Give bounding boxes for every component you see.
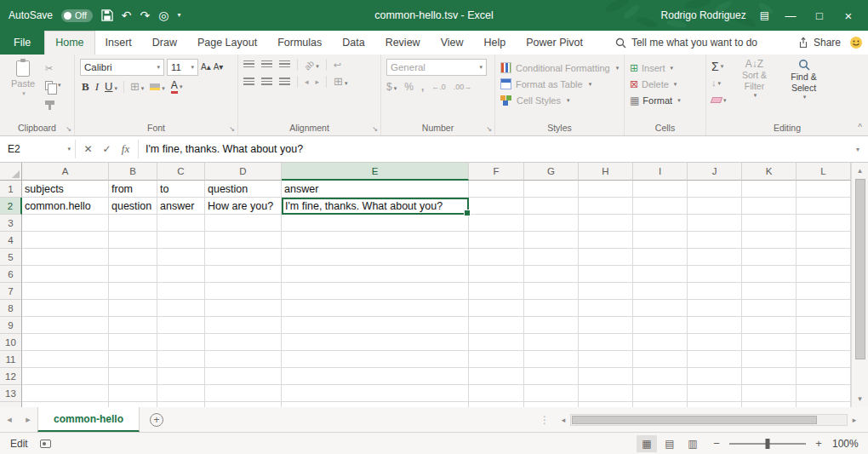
sort-filter-button[interactable]: A↓Z Sort & Filter ▾ [734,59,776,100]
font-size-select[interactable]: 11▾ [167,59,198,76]
grid-cell[interactable] [579,317,633,334]
grid-cell[interactable] [797,232,851,249]
grid-cell[interactable] [469,368,524,385]
ribbon-display-options-icon[interactable]: ▤ [760,10,769,20]
grid-cell[interactable] [109,300,157,317]
page-layout-view-icon[interactable]: ▤ [660,435,680,452]
grid-cell[interactable] [633,266,688,283]
grid-cell[interactable] [797,317,851,334]
row-header[interactable]: 5 [0,249,22,266]
grid-cell[interactable]: question [205,181,282,198]
grid-cell[interactable] [282,300,469,317]
grid-cell[interactable] [205,317,282,334]
grid-cell[interactable] [109,215,157,232]
grid-cell[interactable] [797,300,851,317]
format-painter-button[interactable] [43,95,63,109]
increase-font-button[interactable]: A▴ [201,63,211,72]
vertical-scrollbar[interactable]: ▴ ▾ [851,163,868,407]
zoom-in-button[interactable]: + [814,437,824,450]
sheet-nav-prev-icon[interactable]: ◂ [0,414,19,425]
tab-power-pivot[interactable]: Power Pivot [516,31,593,55]
grid-cell[interactable] [22,351,109,368]
page-break-view-icon[interactable]: ▥ [682,435,703,452]
row-header[interactable]: 12 [0,368,22,385]
grid-cell[interactable] [282,385,469,402]
grid-cell[interactable] [282,266,469,283]
grid-cell[interactable] [157,300,205,317]
grid-cell[interactable] [109,249,157,266]
grid-cell[interactable] [579,351,633,368]
grid-cell[interactable] [688,351,742,368]
grid-cell[interactable] [282,232,469,249]
grid-cell[interactable] [633,368,688,385]
grid-cell[interactable] [524,198,579,215]
grid-cell[interactable] [742,215,797,232]
feedback-smiley-icon[interactable] [849,31,868,55]
row-header[interactable]: 7 [0,283,22,300]
insert-cells-button[interactable]: ⊞Insert▾ [630,60,673,76]
decrease-decimal-icon[interactable]: .00→ [454,83,472,91]
grid-cell[interactable] [688,215,742,232]
grid-cell[interactable] [524,283,579,300]
grid-cell[interactable] [797,266,851,283]
share-button[interactable]: Share [797,31,849,55]
grid-cell[interactable] [633,181,688,198]
grid-cell[interactable] [282,317,469,334]
scroll-down-icon[interactable]: ▾ [858,394,862,405]
autosave-toggle[interactable]: Off [61,9,93,22]
tab-data[interactable]: Data [332,31,374,55]
grid-cell[interactable] [157,266,205,283]
grid-cell[interactable] [157,368,205,385]
fill-color-button[interactable]: ▾ [150,81,165,93]
grid-cell[interactable]: answer [282,181,469,198]
grid-cell[interactable] [797,249,851,266]
horizontal-scrollbar-thumb[interactable] [572,416,817,424]
orientation-button[interactable]: ab▾ [305,59,319,71]
grid-cell[interactable] [524,351,579,368]
comma-style-button[interactable]: , [421,81,424,93]
scroll-right-icon[interactable]: ▸ [848,416,861,424]
grid-cell[interactable] [469,300,524,317]
add-sheet-button[interactable]: + [150,413,163,427]
increase-indent-icon[interactable]: ▸ [316,78,320,86]
format-as-table-button[interactable]: Format as Table▾ [500,76,591,92]
save-icon[interactable] [101,9,113,21]
column-header-h[interactable]: H [579,163,633,181]
grid-cell[interactable] [797,368,851,385]
align-bottom-icon[interactable] [279,60,290,69]
column-header-b[interactable]: B [109,163,157,181]
grid-cell[interactable] [633,215,688,232]
grid-cell[interactable] [797,215,851,232]
grid-cell[interactable] [742,198,797,215]
grid-cell[interactable] [742,351,797,368]
grid-cell[interactable] [797,181,851,198]
grid-cell[interactable] [633,334,688,351]
grid-cell[interactable] [22,317,109,334]
tell-me-box[interactable]: Tell me what you want to do [615,31,757,55]
column-header-g[interactable]: G [524,163,579,181]
grid-cell[interactable] [797,351,851,368]
collapse-ribbon-icon[interactable]: ^ [858,123,862,132]
expand-formula-bar-icon[interactable]: ▾ [848,136,868,162]
grid-cell[interactable]: common.hello [22,198,109,215]
tab-insert[interactable]: Insert [95,31,142,55]
align-left-icon[interactable] [243,78,254,86]
cut-button[interactable]: ✂ [43,61,63,75]
grid-cell[interactable] [742,300,797,317]
grid-cell[interactable] [524,249,579,266]
grid-cell[interactable] [742,385,797,402]
tab-view[interactable]: View [431,31,474,55]
grid-cell[interactable] [22,334,109,351]
grid-cell[interactable] [688,249,742,266]
grid-cell[interactable] [633,317,688,334]
grid-cell[interactable] [22,300,109,317]
grid-cell[interactable] [157,317,205,334]
grid-cell[interactable] [633,232,688,249]
column-header-c[interactable]: C [157,163,205,181]
grid-cell[interactable] [579,300,633,317]
font-color-button[interactable]: A▾ [171,79,183,94]
grid-cell[interactable] [688,266,742,283]
grid-cell[interactable] [579,334,633,351]
row-header[interactable]: 6 [0,266,22,283]
grid-cell[interactable] [109,266,157,283]
